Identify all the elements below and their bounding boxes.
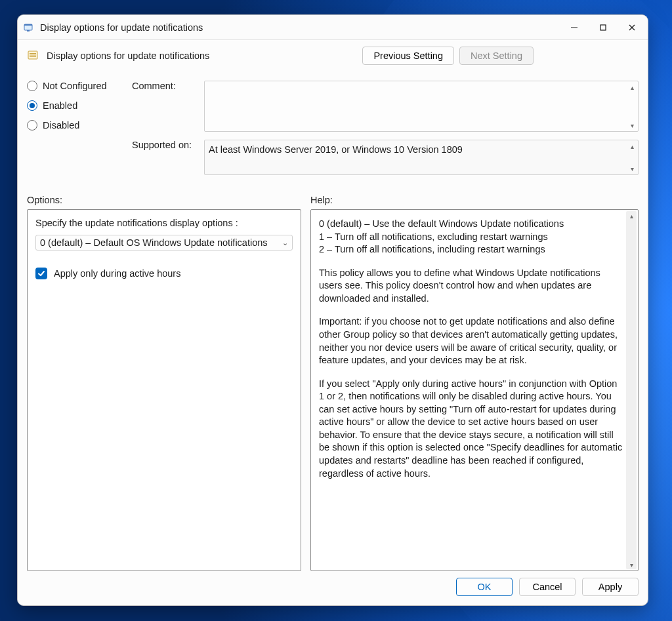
title-bar: Display options for update notifications — [18, 15, 648, 40]
help-text: 0 (default) – Use the default Windows Up… — [319, 218, 623, 480]
svg-rect-2 — [27, 30, 30, 31]
help-paragraph: If you select "Apply only during active … — [319, 378, 623, 481]
help-paragraph: This policy allows you to define what Wi… — [319, 267, 623, 306]
minimize-button[interactable] — [560, 17, 589, 38]
header-row: Display options for update notifications… — [18, 40, 648, 65]
scroll-down-icon[interactable]: ▾ — [627, 164, 637, 173]
ok-button[interactable]: OK — [456, 578, 513, 596]
options-pane: Specify the update notifications display… — [27, 209, 301, 571]
app-icon — [23, 22, 35, 33]
radio-label: Disabled — [43, 120, 79, 130]
supported-on-label: Supported on: — [132, 140, 204, 150]
svg-rect-4 — [600, 25, 606, 30]
radio-icon — [27, 120, 37, 130]
radio-label: Enabled — [43, 100, 77, 111]
svg-rect-1 — [24, 24, 32, 26]
help-paragraph: Important: if you choose not to get upda… — [319, 315, 623, 367]
cancel-button[interactable]: Cancel — [519, 578, 576, 596]
panes-row: Specify the update notifications display… — [18, 209, 648, 578]
help-scrollbar[interactable]: ▴ ▾ — [626, 211, 637, 569]
options-field-label: Specify the update notifications display… — [35, 218, 293, 228]
dialog-window: Display options for update notifications — [17, 14, 648, 606]
close-button[interactable] — [618, 17, 646, 38]
scroll-up-icon[interactable]: ▴ — [630, 211, 633, 220]
dialog-footer: OK Cancel Apply — [18, 578, 648, 605]
select-value: 0 (default) – Default OS Windows Update … — [40, 237, 268, 248]
desktop-background: Display options for update notifications — [0, 0, 672, 621]
radio-icon — [27, 81, 37, 91]
notification-level-select[interactable]: 0 (default) – Default OS Windows Update … — [35, 235, 293, 250]
comment-textarea[interactable]: ▴ ▾ — [204, 81, 639, 132]
radio-label: Not Configured — [43, 81, 107, 91]
maximize-button[interactable] — [589, 17, 618, 38]
supported-on-text: At least Windows Server 2019, or Windows… — [209, 144, 463, 155]
window-title: Display options for update notifications — [40, 22, 203, 33]
help-line: 0 (default) – Use the default Windows Up… — [319, 218, 623, 231]
policy-icon — [27, 49, 40, 62]
scroll-down-icon[interactable]: ▾ — [627, 121, 637, 130]
radio-disabled[interactable]: Disabled — [27, 120, 132, 130]
scroll-up-icon[interactable]: ▴ — [627, 83, 637, 92]
state-radio-group: Not Configured Enabled Disabled — [27, 81, 132, 130]
section-labels: Options: Help: — [18, 186, 648, 209]
help-line: 2 – Turn off all notifications, includin… — [319, 243, 623, 256]
scroll-down-icon[interactable]: ▾ — [630, 560, 633, 569]
help-line: 1 – Turn off all notifications, excludin… — [319, 231, 623, 244]
help-pane: 0 (default) – Use the default Windows Up… — [310, 209, 639, 571]
chevron-down-icon: ⌄ — [282, 239, 288, 247]
config-area: Not Configured Enabled Disabled Comment:… — [18, 65, 648, 186]
comment-label: Comment: — [132, 81, 204, 91]
help-section-label: Help: — [310, 195, 639, 205]
active-hours-checkbox[interactable]: Apply only during active hours — [35, 268, 293, 279]
radio-enabled[interactable]: Enabled — [27, 100, 132, 111]
options-section-label: Options: — [27, 195, 310, 205]
checkbox-label: Apply only during active hours — [54, 268, 180, 279]
apply-button[interactable]: Apply — [582, 578, 639, 596]
checkbox-checked-icon — [35, 268, 47, 279]
policy-title: Display options for update notifications — [47, 50, 356, 61]
previous-setting-button[interactable]: Previous Setting — [362, 47, 454, 65]
next-setting-button[interactable]: Next Setting — [459, 47, 534, 65]
radio-icon — [27, 100, 37, 111]
radio-not-configured[interactable]: Not Configured — [27, 81, 132, 91]
supported-on-box: At least Windows Server 2019, or Windows… — [204, 140, 639, 175]
scroll-up-icon[interactable]: ▴ — [627, 142, 637, 151]
